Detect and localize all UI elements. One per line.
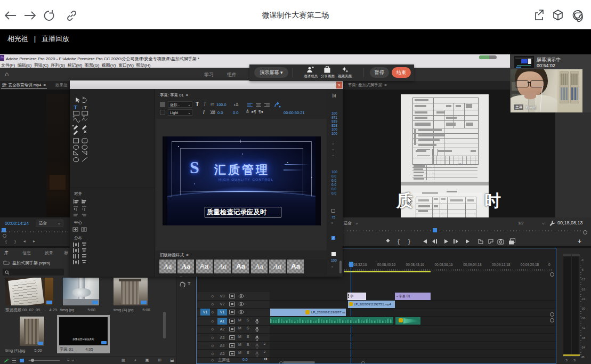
svg-text:}: } bbox=[408, 238, 410, 245]
svg-text:T: T bbox=[83, 116, 85, 119]
svg-text:T: T bbox=[74, 104, 78, 110]
svg-text:{: { bbox=[398, 238, 400, 245]
svg-text:↓T: ↓T bbox=[82, 105, 87, 110]
svg-text:T: T bbox=[73, 116, 75, 119]
